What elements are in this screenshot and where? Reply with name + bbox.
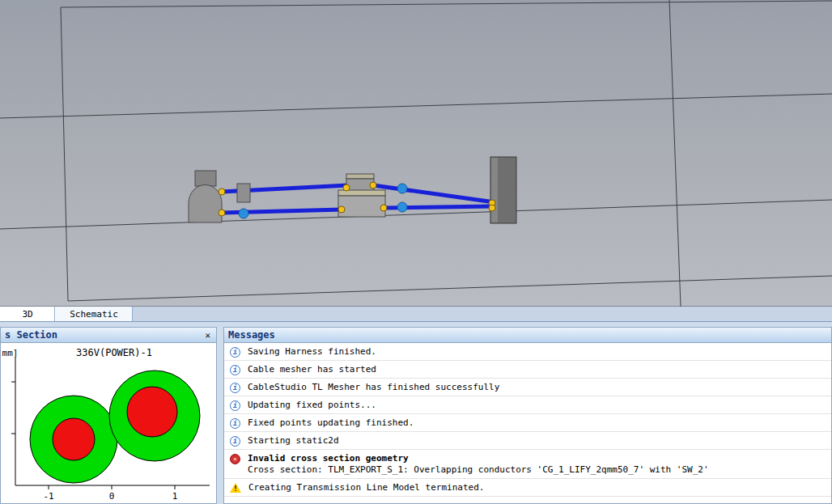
close-icon[interactable]: ✕: [203, 329, 212, 341]
cross-section-panel: s Section ✕ 336V(POWER)-1 [mm] -101: [0, 327, 217, 504]
conductor-1-inner: [53, 418, 95, 460]
message-row[interactable]: iCableStudio TL Mesher has finished succ…: [224, 379, 831, 396]
x-axis-ticks: -101: [43, 485, 177, 502]
info-icon: i: [230, 383, 240, 393]
warning-icon: !: [230, 483, 241, 493]
error-icon: ✕: [230, 454, 240, 464]
cross-section-header: s Section ✕: [1, 328, 216, 343]
info-icon: i: [230, 436, 240, 447]
messages-header: Messages: [224, 328, 831, 343]
3d-scene: [0, 0, 832, 307]
conductors-group: [30, 371, 200, 483]
message-row[interactable]: iSaving Harness finished.: [224, 343, 831, 361]
info-icon: i: [230, 365, 240, 375]
cable-harness-model[interactable]: [189, 157, 516, 223]
messages-title: Messages: [228, 329, 275, 341]
message-text: Creating Transmission Line Model termina…: [248, 482, 484, 493]
3d-viewport[interactable]: [0, 0, 832, 307]
message-text: Starting static2d: [248, 435, 339, 447]
info-icon: i: [230, 418, 240, 429]
battery-cylinder[interactable]: [189, 171, 222, 222]
info-icon: i: [230, 400, 240, 411]
view-tab-bar: 3D Schematic: [0, 307, 832, 322]
message-text: Fixed points updating finished.: [248, 417, 414, 429]
tab-schematic-label: Schematic: [70, 309, 118, 320]
x-tick-label: 0: [109, 491, 115, 502]
message-text: Invalid cross section geometryCross sect…: [248, 453, 709, 476]
cross-section-plot-area: 336V(POWER)-1 [mm] -101: [1, 343, 216, 503]
junction-box[interactable]: [338, 190, 385, 217]
message-text: CableStudio TL Mesher has finished succe…: [248, 382, 499, 393]
wireframe-grid: [0, 0, 832, 307]
plot-title: 336V(POWER)-1: [76, 347, 152, 358]
tab-3d-label: 3D: [22, 309, 32, 320]
message-row[interactable]: iFixed points updating finished.: [224, 414, 831, 432]
message-row[interactable]: iUpdating fixed points...: [224, 396, 831, 414]
cross-section-title: s Section: [5, 329, 57, 341]
message-text: Updating fixed points...: [248, 400, 376, 411]
cable-segment[interactable]: [373, 185, 495, 202]
plot-unit-label: [mm]: [1, 348, 19, 358]
message-row[interactable]: !Creating Transmission Line Model termin…: [224, 479, 831, 497]
x-tick-label: -1: [43, 491, 53, 502]
tab-schematic[interactable]: Schematic: [55, 307, 133, 321]
cross-section-plot: 336V(POWER)-1 [mm] -101: [1, 343, 216, 503]
messages-list[interactable]: iSaving Harness finished.iCable mesher h…: [224, 343, 831, 503]
message-text: Cable mesher has started: [248, 364, 376, 375]
inline-connector-box[interactable]: [237, 184, 250, 202]
splice-box[interactable]: [346, 174, 374, 192]
message-row[interactable]: iCable mesher has started: [224, 361, 831, 379]
message-text: Saving Harness finished.: [248, 346, 376, 358]
message-row[interactable]: ✕Invalid cross section geometryCross sec…: [224, 450, 831, 479]
messages-panel: Messages iSaving Harness finished.iCable…: [223, 327, 832, 504]
conductor-2-inner: [127, 387, 177, 437]
tab-3d[interactable]: 3D: [0, 307, 55, 321]
x-tick-label: 1: [172, 491, 178, 502]
ecu-block[interactable]: [490, 157, 516, 223]
info-icon: i: [230, 347, 240, 358]
message-row[interactable]: iStarting static2d: [224, 432, 831, 450]
